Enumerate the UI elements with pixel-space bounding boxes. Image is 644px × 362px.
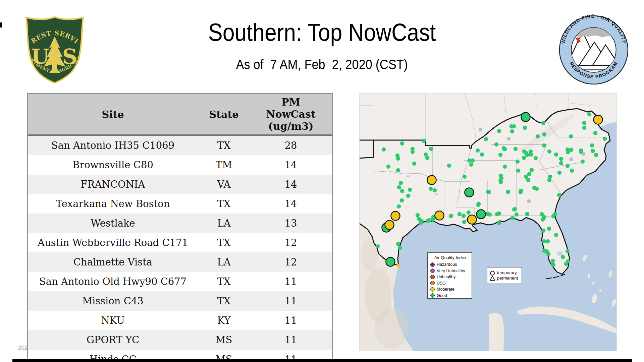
monitor-dot-good	[591, 149, 595, 153]
monitor-dot-inactive	[507, 137, 511, 141]
monitor-dot-good	[527, 172, 531, 176]
cell-state: LA	[198, 218, 250, 229]
cell-pm-value: 12	[250, 237, 332, 248]
monitor-dot-good	[498, 179, 502, 183]
top-site-marker-good	[386, 257, 395, 266]
monitor-dot-good	[422, 139, 426, 143]
monitor-dot-good	[561, 255, 565, 259]
monitor-dot-inactive	[570, 158, 573, 161]
cell-site: Austin Webberville Road C171	[28, 237, 198, 248]
monitor-dot-good	[525, 153, 529, 157]
monitor-dot-good	[497, 221, 501, 225]
monitor-dot-good	[594, 153, 598, 157]
table-row: Austin Webberville Road C171TX12	[28, 233, 332, 252]
monitor-dot-good	[511, 216, 515, 220]
monitor-dot-good	[559, 161, 563, 165]
monitor-dot-good	[477, 202, 481, 206]
monitor-dot-good	[569, 134, 573, 138]
monitor-dot-inactive	[479, 128, 482, 132]
cell-pm-value: 11	[250, 295, 332, 307]
top-site-marker-good	[465, 188, 474, 197]
cell-site: San Antonio IH35 C1069	[28, 140, 198, 151]
monitor-dot-good	[547, 227, 551, 231]
monitor-dot-good	[397, 185, 401, 189]
monitor-dot-good	[519, 189, 523, 193]
table-row: FRANCONIAVA14	[28, 175, 332, 194]
cell-site: FRANCONIA	[28, 179, 198, 190]
cell-site: Chalmette Vista	[28, 256, 198, 268]
monitor-dot-good	[525, 212, 529, 216]
monitor-dot-good	[514, 147, 518, 151]
monitor-dot-good	[400, 189, 404, 193]
monitor-dot-good	[494, 142, 498, 146]
aqi-legend-item: USG	[430, 280, 472, 287]
monitor-dot-good	[557, 193, 561, 197]
monitor-dot-good	[547, 178, 551, 182]
permanent-label: permanent	[497, 276, 518, 281]
cell-state: TX	[198, 198, 250, 209]
table-row: Brownsville C80TM14	[28, 155, 332, 175]
cell-pm-value: 11	[250, 315, 332, 326]
table-row: Chalmette VistaLA12	[28, 252, 332, 272]
monitor-dot-good	[510, 129, 514, 133]
monitor-dot-good	[433, 188, 437, 192]
aqi-color-swatch	[430, 275, 435, 279]
monitor-dot-good	[471, 159, 475, 163]
monitor-dot-good	[497, 129, 501, 133]
monitor-dot-good	[399, 181, 403, 185]
monitor-dot-good	[559, 157, 563, 161]
monitor-dot-good	[429, 147, 433, 151]
top-site-marker-good	[521, 113, 530, 122]
monitor-dot-good	[458, 212, 462, 216]
monitor-dot-good	[551, 214, 555, 218]
monitor-dot-good	[535, 187, 539, 191]
cell-state: TX	[198, 276, 250, 287]
monitor-dot-good	[557, 171, 561, 175]
aqi-legend-label: Very Unhealthy	[437, 268, 465, 273]
monitor-dot-good	[398, 246, 402, 250]
monitor-dot-good	[542, 143, 546, 147]
table-row: GPORT YCMS11	[28, 330, 332, 350]
pm-header-line: (ug/m3)	[250, 120, 332, 132]
cell-pm-value: 11	[250, 334, 332, 346]
monitor-dot-good	[469, 163, 473, 167]
aqi-legend-label: Hazardous	[437, 262, 457, 267]
aqi-legend-item: Hazardous	[430, 261, 472, 268]
monitor-dot-good	[569, 148, 573, 152]
monitor-dot-good	[412, 162, 416, 166]
monitor-dot-good	[476, 148, 480, 153]
monitor-dot-good	[582, 121, 586, 125]
aqi-color-swatch	[430, 287, 435, 292]
monitor-dot-good	[516, 160, 520, 164]
monitor-dot-good	[516, 169, 520, 173]
cell-state: VA	[198, 179, 250, 190]
permanent-triangle-icon	[490, 276, 495, 281]
table-body: San Antonio IH35 C1069TX28Brownsville C8…	[28, 136, 332, 362]
aqi-legend-item: Good	[430, 293, 472, 299]
monitor-dot-inactive	[527, 199, 531, 203]
monitor-dot-good	[449, 214, 453, 218]
aqi-legend-item: Unhealthy	[430, 274, 472, 280]
aqi-legend-item: Moderate	[430, 286, 472, 293]
monitor-dot-good	[382, 147, 386, 152]
yucatan	[489, 313, 504, 351]
aqi-legend-label: Unhealthy	[437, 275, 455, 279]
top-site-marker-moderate	[427, 176, 436, 185]
monitor-dot-good	[547, 149, 551, 154]
monitor-dot-good	[400, 198, 404, 202]
monitor-dot-good	[541, 121, 545, 125]
top-site-marker-moderate	[385, 221, 394, 230]
monitor-dot-good	[593, 131, 597, 135]
monitor-dot-good	[513, 207, 517, 211]
monitor-dot-good	[530, 168, 534, 172]
monitor-dot-good	[498, 153, 502, 157]
cell-state: KY	[198, 315, 250, 326]
table-row: San Antonio IH35 C1069TX28	[28, 136, 332, 155]
cell-pm-value: 11	[250, 276, 332, 287]
column-header-state: State	[198, 109, 250, 120]
cell-site: Mission C43	[28, 295, 198, 307]
monitor-dot-good	[587, 112, 591, 116]
top-site-marker-good	[477, 210, 486, 219]
cell-pm-value: 14	[250, 159, 332, 171]
nowcast-table: Site State PM NowCast (ug/m3) San Antoni…	[27, 93, 333, 362]
